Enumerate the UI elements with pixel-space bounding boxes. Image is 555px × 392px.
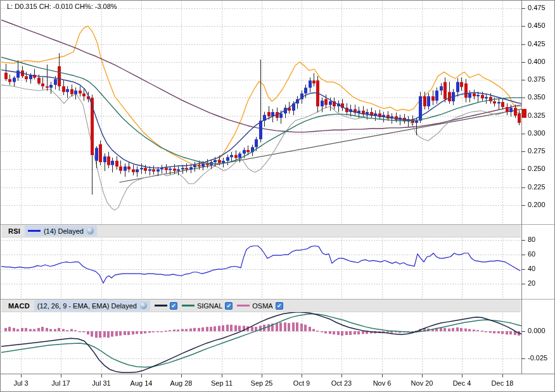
macd-legend-chip[interactable]: (12, 26, 9 - EMA, EMA) Delayed bbox=[34, 300, 150, 311]
macd-legend-label: (12, 26, 9 - EMA, EMA) Delayed bbox=[37, 302, 137, 310]
macd-panel-label: MACD bbox=[8, 302, 30, 310]
stock-chart-window: L: D0.315 CH: -0.010 CH%: -3.08% RSI (14… bbox=[0, 0, 555, 392]
macd-header: MACD (12, 26, 9 - EMA, EMA) Delayed ✔ SI… bbox=[1, 300, 521, 312]
rsi-legend-label: (14) Delayed bbox=[44, 227, 84, 235]
signal-legend-label: SIGNAL bbox=[197, 302, 222, 310]
rsi-header: RSI (14) Delayed bbox=[1, 225, 521, 237]
chart-canvas bbox=[1, 1, 555, 392]
delayed-globe-icon bbox=[140, 302, 147, 309]
osma-swatch bbox=[237, 305, 250, 307]
delayed-globe-icon bbox=[87, 227, 94, 234]
osma-legend: OSMA ✔ bbox=[237, 302, 283, 310]
signal-visibility-checkbox[interactable]: ✔ bbox=[225, 302, 233, 310]
quote-label: L: D0.315 CH: -0.010 CH%: -3.08% bbox=[7, 3, 117, 10]
signal-line-swatch bbox=[182, 305, 195, 307]
rsi-panel-label: RSI bbox=[8, 227, 20, 235]
osma-visibility-checkbox[interactable]: ✔ bbox=[276, 302, 283, 310]
osma-legend-label: OSMA bbox=[252, 302, 272, 310]
macd-line-legend: ✔ bbox=[155, 302, 177, 310]
rsi-legend-chip[interactable]: (14) Delayed bbox=[25, 225, 97, 236]
macd-line-swatch bbox=[155, 305, 167, 307]
macd-visibility-checkbox[interactable]: ✔ bbox=[170, 302, 177, 310]
signal-line-legend: SIGNAL ✔ bbox=[182, 302, 233, 310]
rsi-line-swatch bbox=[28, 230, 41, 232]
